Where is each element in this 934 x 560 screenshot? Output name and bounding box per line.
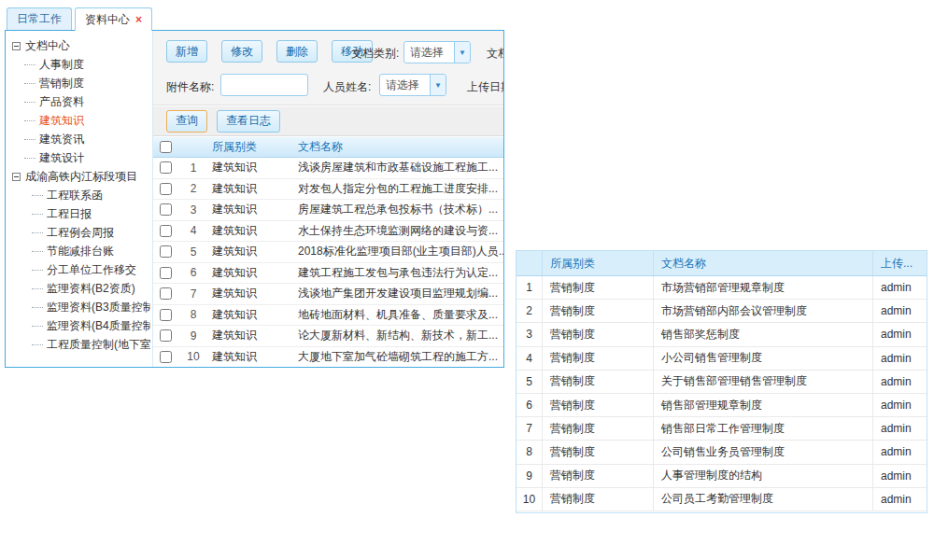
row-number: 9: [178, 326, 208, 346]
detail-table-row[interactable]: 7营销制度销售部日常工作管理制度admin: [517, 417, 927, 441]
row-doc-name: 地砖地面材料、机具准备、质量要求及...: [292, 305, 503, 326]
delete-button[interactable]: 删除: [276, 40, 318, 63]
table-row[interactable]: 1建筑知识浅谈房屋建筑和市政基础设施工程施工...: [153, 158, 503, 179]
table-row[interactable]: 7建筑知识浅谈地产集团开发建设项目监理规划编...: [153, 284, 503, 305]
row-number: 10: [178, 347, 208, 368]
row-category: 建筑知识: [208, 326, 292, 346]
content-panel: 新增修改删除移动 文档类别: 请选择 ▼ 文档 附件名称: 人员姓名: 请选择 …: [153, 31, 503, 367]
row-checkbox[interactable]: [160, 287, 172, 300]
tab-data-center[interactable]: 资料中心×: [75, 7, 152, 31]
chevron-down-icon: ▼: [454, 42, 470, 63]
detail-row-category: 营销制度: [543, 417, 654, 440]
table-row[interactable]: 2建筑知识对发包人指定分包的工程施工进度安排...: [153, 179, 503, 201]
view-log-button[interactable]: 查看日志: [217, 110, 280, 133]
tree-item[interactable]: 建筑设计: [12, 148, 150, 167]
detail-table-row[interactable]: 3营销制度销售部奖惩制度admin: [517, 323, 927, 346]
detail-table-row[interactable]: 5营销制度关于销售部管理销售管理制度admin: [517, 371, 927, 394]
tree-item[interactable]: 监理资料(B2资质): [12, 279, 150, 298]
table-row[interactable]: 6建筑知识建筑工程施工发包与承包违法行为认定...: [153, 263, 503, 285]
table-row[interactable]: 9建筑知识论大厦新材料、新结构、新技术，新工...: [153, 326, 503, 347]
tree-item[interactable]: 建筑知识: [12, 111, 150, 130]
table-row[interactable]: 8建筑知识地砖地面材料、机具准备、质量要求及...: [153, 305, 503, 327]
row-checkbox[interactable]: [160, 309, 172, 321]
detail-row-number: 5: [517, 371, 543, 393]
tree-item[interactable]: 产品资料: [12, 92, 150, 111]
detail-row-doc-name: 小公司销售管理制度: [654, 347, 873, 370]
edit-button[interactable]: 修改: [221, 40, 262, 63]
detail-table-row[interactable]: 6营销制度销售部管理规章制度admin: [517, 394, 927, 417]
query-button[interactable]: 查询: [166, 110, 207, 133]
detail-row-uploader: admin: [873, 300, 927, 322]
row-checkbox-cell: [153, 326, 178, 346]
tree-root[interactable]: 成渝高铁内江标段项目: [12, 167, 150, 186]
detail-row-number: 2: [517, 300, 543, 322]
tab-close-icon[interactable]: ×: [135, 14, 142, 25]
select-all-checkbox[interactable]: [160, 141, 172, 153]
row-number: 2: [178, 179, 208, 200]
row-checkbox[interactable]: [160, 161, 172, 174]
tab-daily-work[interactable]: 日常工作: [7, 7, 72, 30]
detail-row-number: 10: [517, 488, 543, 511]
detail-table-row[interactable]: 1营销制度市场营销部管理规章制度admin: [517, 276, 927, 300]
tree-connector: [32, 232, 43, 233]
query-row: 查询 查看日志: [153, 106, 503, 136]
detail-table-row[interactable]: 4营销制度小公司销售管理制度admin: [517, 347, 927, 371]
row-checkbox-cell: [153, 347, 178, 368]
tree-item[interactable]: 人事制度: [12, 55, 150, 74]
tree-item[interactable]: 监理资料(B4质量控制): [12, 316, 150, 335]
tree-item-label: 监理资料(B3质量控制): [47, 300, 150, 315]
tree-item-label: 营销制度: [39, 76, 84, 91]
detail-table-row[interactable]: 2营销制度市场营销部内部会议管理制度admin: [517, 300, 927, 323]
table-row[interactable]: 10建筑知识大厦地下室加气砼墙砌筑工程的施工方...: [153, 347, 503, 368]
row-checkbox[interactable]: [160, 351, 172, 363]
tree-item[interactable]: 工程质量控制(地下室): [12, 335, 150, 354]
doc-table: 所属别类 文档名称 1建筑知识浅谈房屋建筑和市政基础设施工程施工...2建筑知识…: [153, 137, 503, 367]
detail-row-uploader: admin: [873, 394, 927, 416]
table-row[interactable]: 4建筑知识水土保持生态环境监测网络的建设与资...: [153, 221, 503, 243]
tree-connector: [32, 307, 43, 308]
row-number: 4: [178, 221, 208, 242]
table-row[interactable]: 5建筑知识2018标准化监理项目部(业主项目部)人员...: [153, 242, 503, 263]
tree-connector: [24, 64, 35, 65]
row-checkbox-cell: [153, 305, 178, 326]
table-row[interactable]: 3建筑知识房屋建筑工程总承包投标书（技术标）...: [153, 200, 503, 221]
detail-table-row[interactable]: 10营销制度公司员工考勤管理制度admin: [517, 488, 927, 511]
row-checkbox[interactable]: [160, 225, 172, 237]
chevron-down-icon: ▼: [430, 75, 446, 95]
tree-item-label: 监理资料(B2资质): [47, 281, 135, 297]
tree-root-label: 文档中心: [25, 38, 70, 54]
tree-item-label: 工程联系函: [47, 188, 103, 203]
row-checkbox[interactable]: [160, 183, 172, 195]
detail-row-category: 营销制度: [543, 465, 654, 487]
person-select[interactable]: 请选择 ▼: [379, 74, 446, 96]
detail-table-row[interactable]: 8营销制度公司销售业务员管理制度admin: [517, 441, 927, 464]
tree-item[interactable]: 节能减排台账: [12, 242, 150, 260]
detail-header-category: 所属别类: [543, 251, 654, 275]
collapse-icon[interactable]: [12, 173, 21, 181]
row-doc-name: 论大厦新材料、新结构、新技术，新工...: [292, 326, 503, 346]
detail-table-row[interactable]: 9营销制度人事管理制度的结构admin: [517, 465, 927, 488]
tree-item[interactable]: 工程例会周报: [12, 223, 150, 242]
row-checkbox[interactable]: [160, 245, 172, 258]
row-number: 5: [178, 242, 208, 262]
row-checkbox[interactable]: [160, 203, 172, 216]
tree-item-label: 分工单位工作移交: [47, 262, 136, 278]
tree-item[interactable]: 工程联系函: [12, 186, 150, 204]
tree-connector: [32, 195, 43, 196]
tree-connector: [32, 344, 43, 345]
tree-item[interactable]: 工程日报: [12, 204, 150, 223]
tree-item[interactable]: 分工单位工作移交: [12, 260, 150, 279]
doc-name-label-partial: 文档: [487, 46, 503, 62]
collapse-icon[interactable]: [12, 42, 21, 50]
tree-item[interactable]: 营销制度: [12, 74, 150, 92]
detail-row-uploader: admin: [873, 488, 927, 511]
row-checkbox[interactable]: [160, 329, 172, 342]
detail-row-category: 营销制度: [543, 300, 654, 322]
tree-item[interactable]: 监理资料(B3质量控制): [12, 298, 150, 316]
add-button[interactable]: 新增: [166, 40, 207, 63]
doc-category-select[interactable]: 请选择 ▼: [403, 41, 471, 63]
tree-item[interactable]: 建筑资讯: [12, 130, 150, 148]
tree-root[interactable]: 文档中心: [12, 36, 150, 55]
row-checkbox[interactable]: [160, 267, 172, 279]
attachment-input[interactable]: [220, 74, 308, 96]
